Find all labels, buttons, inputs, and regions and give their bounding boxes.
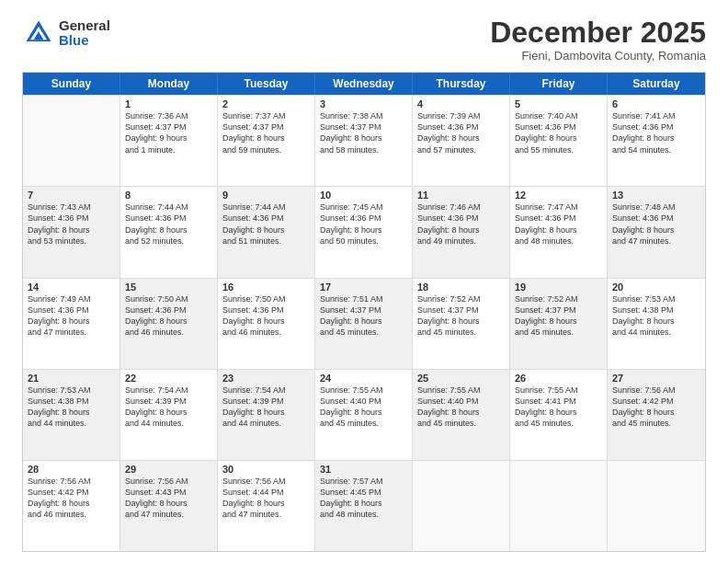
- day-number: 30: [222, 464, 310, 475]
- cell-line: Daylight: 8 hours: [222, 498, 310, 509]
- calendar-cell: 29Sunrise: 7:56 AMSunset: 4:43 PMDayligh…: [120, 461, 218, 551]
- calendar-cell: 10Sunrise: 7:45 AMSunset: 4:36 PMDayligh…: [315, 187, 413, 277]
- cell-line: Sunset: 4:37 PM: [417, 304, 505, 316]
- calendar-cell: 30Sunrise: 7:56 AMSunset: 4:44 PMDayligh…: [218, 461, 315, 551]
- cell-line: Sunset: 4:37 PM: [320, 304, 407, 316]
- cell-line: Sunrise: 7:48 AM: [612, 201, 700, 213]
- cell-line: Sunset: 4:36 PM: [28, 213, 115, 224]
- cell-line: and 45 minutes.: [515, 418, 602, 429]
- day-number: 9: [222, 190, 310, 201]
- day-number: 27: [612, 373, 700, 384]
- cell-line: Sunrise: 7:39 AM: [417, 110, 505, 121]
- cell-line: Sunset: 4:36 PM: [222, 213, 310, 224]
- cell-line: Sunset: 4:36 PM: [515, 213, 602, 224]
- cell-line: Daylight: 8 hours: [612, 224, 700, 236]
- cell-line: and 45 minutes.: [417, 418, 505, 429]
- calendar-cell: 13Sunrise: 7:48 AMSunset: 4:36 PMDayligh…: [608, 187, 705, 277]
- cell-line: Sunrise: 7:45 AM: [320, 201, 407, 213]
- cell-line: and 47 minutes.: [28, 327, 115, 338]
- calendar-cell: 27Sunrise: 7:56 AMSunset: 4:42 PMDayligh…: [608, 370, 705, 460]
- cell-line: Sunrise: 7:44 AM: [222, 201, 310, 213]
- header-day-wednesday: Wednesday: [315, 73, 413, 95]
- cell-line: Sunset: 4:40 PM: [417, 396, 505, 407]
- cell-line: Daylight: 8 hours: [612, 132, 700, 144]
- calendar-cell: 6Sunrise: 7:41 AMSunset: 4:36 PMDaylight…: [608, 96, 705, 186]
- cell-line: and 45 minutes.: [320, 327, 407, 338]
- day-number: 12: [515, 190, 602, 201]
- cell-line: Sunset: 4:37 PM: [515, 304, 602, 316]
- day-number: 29: [125, 464, 212, 475]
- cell-line: Sunset: 4:38 PM: [28, 396, 115, 407]
- cell-line: Sunset: 4:39 PM: [222, 396, 310, 407]
- cell-line: Sunset: 4:36 PM: [417, 121, 505, 132]
- header-day-sunday: Sunday: [23, 73, 120, 95]
- cell-line: Sunset: 4:36 PM: [222, 304, 310, 316]
- cell-line: Sunset: 4:36 PM: [125, 304, 212, 316]
- calendar-header: SundayMondayTuesdayWednesdayThursdayFrid…: [23, 73, 705, 95]
- cell-line: and 46 minutes.: [28, 509, 115, 520]
- day-number: 1: [125, 98, 212, 109]
- day-number: 23: [222, 373, 310, 384]
- header-day-monday: Monday: [120, 73, 218, 95]
- calendar-cell: 16Sunrise: 7:50 AMSunset: 4:36 PMDayligh…: [218, 279, 315, 369]
- calendar-cell: 24Sunrise: 7:55 AMSunset: 4:40 PMDayligh…: [315, 370, 413, 460]
- day-number: 15: [125, 282, 212, 293]
- cell-line: Daylight: 8 hours: [28, 316, 115, 327]
- cell-line: and 1 minute.: [125, 144, 212, 155]
- cell-line: Sunset: 4:37 PM: [125, 121, 212, 132]
- cell-line: Sunset: 4:38 PM: [612, 304, 700, 316]
- calendar-row-2: 14Sunrise: 7:49 AMSunset: 4:36 PMDayligh…: [23, 278, 705, 369]
- day-number: 2: [222, 98, 310, 109]
- cell-line: and 55 minutes.: [515, 144, 602, 155]
- cell-line: Sunrise: 7:56 AM: [28, 476, 115, 487]
- calendar-cell: 14Sunrise: 7:49 AMSunset: 4:36 PMDayligh…: [23, 279, 120, 369]
- day-number: 19: [515, 282, 602, 293]
- cell-line: Sunrise: 7:50 AM: [222, 293, 310, 304]
- calendar-cell: [510, 461, 608, 551]
- cell-line: Sunset: 4:36 PM: [28, 304, 115, 316]
- cell-line: Daylight: 8 hours: [222, 316, 310, 327]
- calendar-cell: 12Sunrise: 7:47 AMSunset: 4:36 PMDayligh…: [510, 187, 608, 277]
- calendar-cell: 5Sunrise: 7:40 AMSunset: 4:36 PMDaylight…: [510, 96, 608, 186]
- cell-line: Sunset: 4:41 PM: [515, 396, 602, 407]
- cell-line: Sunrise: 7:50 AM: [125, 293, 212, 304]
- cell-line: Daylight: 8 hours: [320, 498, 407, 509]
- cell-line: Daylight: 8 hours: [222, 407, 310, 418]
- day-number: 7: [28, 190, 115, 201]
- cell-line: Sunset: 4:42 PM: [612, 396, 700, 407]
- cell-line: and 44 minutes.: [28, 418, 115, 429]
- cell-line: Sunset: 4:36 PM: [417, 213, 505, 224]
- calendar-cell: 22Sunrise: 7:54 AMSunset: 4:39 PMDayligh…: [120, 370, 218, 460]
- cell-line: Sunrise: 7:47 AM: [515, 201, 602, 213]
- cell-line: Sunset: 4:36 PM: [125, 213, 212, 224]
- cell-line: Daylight: 8 hours: [222, 132, 310, 144]
- cell-line: Daylight: 8 hours: [125, 498, 212, 509]
- cell-line: and 53 minutes.: [28, 236, 115, 247]
- cell-line: and 46 minutes.: [125, 327, 212, 338]
- cell-line: Sunrise: 7:53 AM: [612, 293, 700, 304]
- cell-line: Daylight: 8 hours: [612, 316, 700, 327]
- page: General Blue December 2025 Fieni, Dambov…: [0, 0, 728, 563]
- cell-line: and 59 minutes.: [222, 144, 310, 155]
- calendar-cell: 11Sunrise: 7:46 AMSunset: 4:36 PMDayligh…: [413, 187, 510, 277]
- cell-line: Sunrise: 7:56 AM: [125, 476, 212, 487]
- day-number: 18: [417, 282, 505, 293]
- day-number: 13: [612, 190, 700, 201]
- cell-line: Sunrise: 7:51 AM: [320, 293, 407, 304]
- calendar-cell: 17Sunrise: 7:51 AMSunset: 4:37 PMDayligh…: [315, 279, 413, 369]
- day-number: 26: [515, 373, 602, 384]
- cell-line: and 48 minutes.: [320, 509, 407, 520]
- cell-line: Sunrise: 7:41 AM: [612, 110, 700, 121]
- day-number: 6: [612, 98, 700, 109]
- cell-line: and 58 minutes.: [320, 144, 407, 155]
- cell-line: Sunset: 4:36 PM: [515, 121, 602, 132]
- subtitle: Fieni, Dambovita County, Romania: [490, 49, 706, 63]
- day-number: 28: [28, 464, 115, 475]
- cell-line: Sunrise: 7:53 AM: [28, 385, 115, 396]
- cell-line: Sunset: 4:36 PM: [612, 121, 700, 132]
- cell-line: Daylight: 8 hours: [515, 224, 602, 236]
- day-number: 25: [417, 373, 505, 384]
- cell-line: Daylight: 8 hours: [515, 407, 602, 418]
- logo-text: General Blue: [59, 18, 110, 49]
- cell-line: Daylight: 8 hours: [320, 132, 407, 144]
